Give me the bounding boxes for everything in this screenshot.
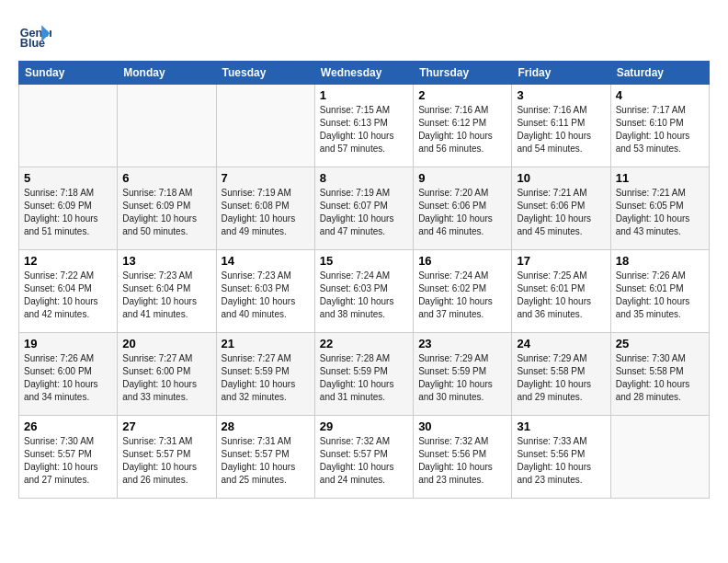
weekday-header-saturday: Saturday xyxy=(610,62,709,85)
day-info: Sunrise: 7:19 AMSunset: 6:08 PMDaylight:… xyxy=(222,187,310,238)
calendar-cell: 30Sunrise: 7:32 AMSunset: 5:56 PMDayligh… xyxy=(414,416,512,499)
calendar-cell: 9Sunrise: 7:20 AMSunset: 6:06 PMDaylight… xyxy=(414,167,512,250)
day-info: Sunrise: 7:25 AMSunset: 6:01 PMDaylight:… xyxy=(517,270,605,321)
page-header: General Blue xyxy=(18,18,710,52)
day-info: Sunrise: 7:23 AMSunset: 6:03 PMDaylight:… xyxy=(222,270,310,321)
day-number: 7 xyxy=(222,171,310,185)
calendar-cell: 20Sunrise: 7:27 AMSunset: 6:00 PMDayligh… xyxy=(118,333,216,416)
week-row-2: 5Sunrise: 7:18 AMSunset: 6:09 PMDaylight… xyxy=(19,167,710,250)
calendar-cell: 31Sunrise: 7:33 AMSunset: 5:56 PMDayligh… xyxy=(512,416,610,499)
calendar-cell: 12Sunrise: 7:22 AMSunset: 6:04 PMDayligh… xyxy=(19,250,118,333)
day-info: Sunrise: 7:28 AMSunset: 5:59 PMDaylight:… xyxy=(320,352,408,404)
calendar-cell: 21Sunrise: 7:27 AMSunset: 5:59 PMDayligh… xyxy=(216,333,314,416)
day-info: Sunrise: 7:32 AMSunset: 5:57 PMDaylight:… xyxy=(320,435,408,487)
day-info: Sunrise: 7:17 AMSunset: 6:10 PMDaylight:… xyxy=(616,104,704,155)
day-info: Sunrise: 7:15 AMSunset: 6:13 PMDaylight:… xyxy=(320,104,408,155)
day-number: 4 xyxy=(616,88,704,102)
calendar-cell: 13Sunrise: 7:23 AMSunset: 6:04 PMDayligh… xyxy=(118,250,216,333)
calendar-cell: 18Sunrise: 7:26 AMSunset: 6:01 PMDayligh… xyxy=(610,250,709,333)
day-number: 28 xyxy=(222,419,310,433)
day-number: 29 xyxy=(320,419,408,433)
day-number: 16 xyxy=(418,254,506,268)
day-number: 11 xyxy=(616,171,704,185)
day-info: Sunrise: 7:18 AMSunset: 6:09 PMDaylight:… xyxy=(24,187,112,238)
day-number: 2 xyxy=(418,88,506,102)
day-info: Sunrise: 7:22 AMSunset: 6:04 PMDaylight:… xyxy=(24,270,112,321)
day-info: Sunrise: 7:26 AMSunset: 6:01 PMDaylight:… xyxy=(616,270,704,321)
calendar-cell: 4Sunrise: 7:17 AMSunset: 6:10 PMDaylight… xyxy=(610,85,709,167)
day-info: Sunrise: 7:29 AMSunset: 5:59 PMDaylight:… xyxy=(418,352,506,404)
day-number: 6 xyxy=(122,171,210,185)
calendar-cell: 14Sunrise: 7:23 AMSunset: 6:03 PMDayligh… xyxy=(216,250,314,333)
day-info: Sunrise: 7:29 AMSunset: 5:58 PMDaylight:… xyxy=(517,352,605,404)
day-number: 26 xyxy=(24,419,112,433)
weekday-header-row: SundayMondayTuesdayWednesdayThursdayFrid… xyxy=(19,62,710,85)
calendar-cell: 2Sunrise: 7:16 AMSunset: 6:12 PMDaylight… xyxy=(414,85,512,167)
day-number: 27 xyxy=(122,419,210,433)
svg-text:Blue: Blue xyxy=(20,37,45,50)
day-number: 14 xyxy=(222,254,310,268)
day-info: Sunrise: 7:27 AMSunset: 6:00 PMDaylight:… xyxy=(122,352,210,404)
calendar-cell: 15Sunrise: 7:24 AMSunset: 6:03 PMDayligh… xyxy=(314,250,413,333)
day-number: 21 xyxy=(222,337,310,350)
calendar-cell: 22Sunrise: 7:28 AMSunset: 5:59 PMDayligh… xyxy=(314,333,413,416)
calendar-cell: 3Sunrise: 7:16 AMSunset: 6:11 PMDaylight… xyxy=(512,85,610,167)
calendar-cell xyxy=(19,85,118,167)
weekday-header-thursday: Thursday xyxy=(414,62,512,85)
day-number: 22 xyxy=(320,337,408,350)
day-info: Sunrise: 7:27 AMSunset: 5:59 PMDaylight:… xyxy=(222,352,310,404)
day-number: 31 xyxy=(517,419,605,433)
calendar-cell: 26Sunrise: 7:30 AMSunset: 5:57 PMDayligh… xyxy=(19,416,118,499)
day-number: 20 xyxy=(122,337,210,350)
day-info: Sunrise: 7:18 AMSunset: 6:09 PMDaylight:… xyxy=(122,187,210,238)
calendar-cell: 24Sunrise: 7:29 AMSunset: 5:58 PMDayligh… xyxy=(512,333,610,416)
day-info: Sunrise: 7:24 AMSunset: 6:03 PMDaylight:… xyxy=(320,270,408,321)
day-number: 3 xyxy=(517,88,605,102)
day-info: Sunrise: 7:19 AMSunset: 6:07 PMDaylight:… xyxy=(320,187,408,238)
calendar-cell: 8Sunrise: 7:19 AMSunset: 6:07 PMDaylight… xyxy=(314,167,413,250)
day-info: Sunrise: 7:30 AMSunset: 5:57 PMDaylight:… xyxy=(24,435,112,487)
weekday-header-friday: Friday xyxy=(512,62,610,85)
day-info: Sunrise: 7:20 AMSunset: 6:06 PMDaylight:… xyxy=(418,187,506,238)
day-info: Sunrise: 7:21 AMSunset: 6:05 PMDaylight:… xyxy=(616,187,704,238)
day-number: 23 xyxy=(418,337,506,350)
calendar-cell: 29Sunrise: 7:32 AMSunset: 5:57 PMDayligh… xyxy=(314,416,413,499)
logo: General Blue xyxy=(18,18,55,52)
day-number: 5 xyxy=(24,171,112,185)
logo-icon: General Blue xyxy=(18,18,51,52)
calendar-cell: 23Sunrise: 7:29 AMSunset: 5:59 PMDayligh… xyxy=(414,333,512,416)
day-number: 15 xyxy=(320,254,408,268)
day-number: 18 xyxy=(616,254,704,268)
calendar-cell xyxy=(118,85,216,167)
calendar-cell: 11Sunrise: 7:21 AMSunset: 6:05 PMDayligh… xyxy=(610,167,709,250)
day-info: Sunrise: 7:16 AMSunset: 6:12 PMDaylight:… xyxy=(418,104,506,155)
day-info: Sunrise: 7:16 AMSunset: 6:11 PMDaylight:… xyxy=(517,104,605,155)
day-number: 8 xyxy=(320,171,408,185)
day-number: 13 xyxy=(122,254,210,268)
day-info: Sunrise: 7:23 AMSunset: 6:04 PMDaylight:… xyxy=(122,270,210,321)
calendar-cell: 1Sunrise: 7:15 AMSunset: 6:13 PMDaylight… xyxy=(314,85,413,167)
calendar-table: SundayMondayTuesdayWednesdayThursdayFrid… xyxy=(18,61,710,499)
calendar-cell: 5Sunrise: 7:18 AMSunset: 6:09 PMDaylight… xyxy=(19,167,118,250)
day-number: 9 xyxy=(418,171,506,185)
calendar-cell xyxy=(216,85,314,167)
calendar-cell xyxy=(610,416,709,499)
day-info: Sunrise: 7:31 AMSunset: 5:57 PMDaylight:… xyxy=(222,435,310,487)
weekday-header-monday: Monday xyxy=(118,62,216,85)
week-row-1: 1Sunrise: 7:15 AMSunset: 6:13 PMDaylight… xyxy=(19,85,710,167)
day-number: 12 xyxy=(24,254,112,268)
week-row-4: 19Sunrise: 7:26 AMSunset: 6:00 PMDayligh… xyxy=(19,333,710,416)
day-info: Sunrise: 7:30 AMSunset: 5:58 PMDaylight:… xyxy=(616,352,704,404)
calendar-cell: 16Sunrise: 7:24 AMSunset: 6:02 PMDayligh… xyxy=(414,250,512,333)
calendar-cell: 19Sunrise: 7:26 AMSunset: 6:00 PMDayligh… xyxy=(19,333,118,416)
calendar-cell: 27Sunrise: 7:31 AMSunset: 5:57 PMDayligh… xyxy=(118,416,216,499)
day-info: Sunrise: 7:21 AMSunset: 6:06 PMDaylight:… xyxy=(517,187,605,238)
day-info: Sunrise: 7:32 AMSunset: 5:56 PMDaylight:… xyxy=(418,435,506,487)
day-number: 25 xyxy=(616,337,704,350)
weekday-header-tuesday: Tuesday xyxy=(216,62,314,85)
week-row-3: 12Sunrise: 7:22 AMSunset: 6:04 PMDayligh… xyxy=(19,250,710,333)
day-info: Sunrise: 7:31 AMSunset: 5:57 PMDaylight:… xyxy=(122,435,210,487)
day-number: 17 xyxy=(517,254,605,268)
week-row-5: 26Sunrise: 7:30 AMSunset: 5:57 PMDayligh… xyxy=(19,416,710,499)
day-info: Sunrise: 7:33 AMSunset: 5:56 PMDaylight:… xyxy=(517,435,605,487)
